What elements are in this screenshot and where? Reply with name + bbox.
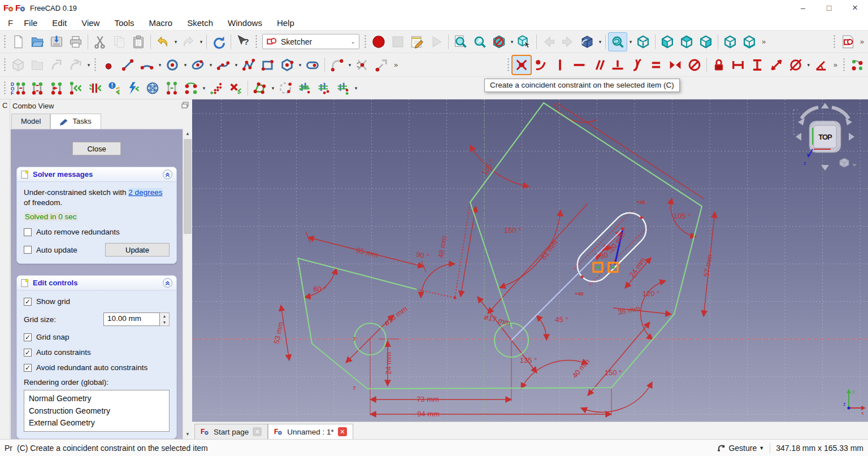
geo-ellipse-button[interactable] [188,55,207,75]
rotate-view-dropdown-icon[interactable]: ▾ [628,39,633,45]
geo-ellipse-dropdown-icon[interactable]: ▾ [208,62,214,68]
macro-stop-button[interactable] [388,32,407,51]
dimension-label[interactable]: 7 [353,336,355,342]
create-part-button[interactable] [8,55,28,75]
view-top-button[interactable] [677,32,696,51]
create-group-button[interactable] [28,55,47,75]
constraint-symmetric-button[interactable] [666,55,685,75]
toolbar-overflow-button[interactable]: » [857,37,867,46]
open-folder-button[interactable] [28,32,47,51]
geo-circle-button[interactable] [163,55,182,75]
tab-tasks[interactable]: Tasks [50,114,101,129]
dof-link[interactable]: 2 degrees [128,188,162,197]
toolbar-handle[interactable] [364,34,367,49]
constraint-distance-button[interactable] [767,55,786,75]
menu-tools[interactable]: Tools [107,17,141,29]
toolbar-handle[interactable] [94,58,97,72]
view-axonometric-button[interactable] [633,32,653,51]
bspline-knots-button[interactable] [314,79,333,98]
toolbar-handle[interactable] [833,34,836,49]
fit-all-button[interactable] [451,32,470,51]
cube-menu[interactable] [840,158,857,167]
geo-slot-button[interactable] [303,55,322,75]
dimension-label[interactable]: 94 mm [417,410,440,418]
rotate-view-button[interactable] [608,32,627,51]
make-sub-link-button[interactable] [66,55,85,75]
auto-constraints-checkbox[interactable]: ✓ [24,349,32,357]
collapse-icon[interactable] [163,278,172,288]
grid-size-input[interactable]: 10.00 mm [103,312,160,326]
view-rear-button[interactable] [721,32,740,51]
tab-model[interactable]: Model [11,114,50,129]
bspline-polygon-button[interactable] [276,79,295,98]
nav-back-button[interactable] [539,32,558,51]
clip-plane-button[interactable] [489,32,509,51]
select-malformed-button[interactable]: ! [105,79,124,98]
bspline-poles-dropdown-icon[interactable]: ▾ [353,85,359,91]
redo-dropdown-icon[interactable]: ▾ [198,39,204,45]
close-icon[interactable]: × [842,0,868,16]
geo-polyline-button[interactable] [239,55,258,75]
geo-circle-dropdown-icon[interactable]: ▾ [183,62,188,68]
float-panel-icon[interactable] [181,102,189,110]
clip-plane-dropdown-icon[interactable]: ▾ [509,39,515,45]
macro-play-button[interactable] [427,32,446,51]
geo-line-button[interactable] [118,55,137,75]
constraint-equal-button[interactable] [646,55,666,75]
sketch-canvas[interactable] [192,99,868,422]
list-item[interactable]: Construction Geometry [29,405,164,418]
dimension-label[interactable]: 7 [353,385,355,391]
make-link-button[interactable] [47,55,66,75]
toolbar-handle[interactable] [507,58,510,72]
auto-update-checkbox[interactable] [24,246,32,254]
macro-edit-button[interactable] [407,32,427,51]
dimension-label[interactable]: 120 ° [643,289,660,298]
toolbar-handle[interactable] [843,58,845,72]
clone-tool-dropdown-icon[interactable]: ▾ [201,85,207,91]
avoid-redundant-checkbox[interactable]: ✓ [24,364,32,372]
dimension-label[interactable]: 135 ° [520,356,537,364]
minimize-icon[interactable]: – [790,0,816,16]
dimension-label[interactable]: 105 ° [674,212,691,220]
clone-tool-button[interactable] [181,79,201,98]
scroll-down-icon[interactable]: ▼ [183,429,192,439]
constraint-perpendicular-button[interactable] [608,55,627,75]
refresh-button[interactable] [209,32,228,51]
3d-viewport[interactable]: 105 °150 °85 mm90 °48 mm81 mmø17 mm45 °ø… [192,99,868,422]
navigation-cube[interactable]: TOP z [790,102,860,173]
tilt-up-arrow[interactable] [821,103,829,108]
extend-button[interactable] [372,55,391,75]
geo-point-button[interactable] [99,55,118,75]
new-file-button[interactable] [8,32,28,51]
pan-right-arrow[interactable] [849,133,854,141]
toggle-driving-button[interactable] [848,55,867,75]
bspline-comb-button[interactable] [295,79,314,98]
paste-button[interactable] [129,32,148,51]
constraint-angle-button[interactable] [811,55,831,75]
constraint-point-on-object-button[interactable] [531,55,550,75]
scrollbar-thumb[interactable] [184,139,192,234]
constraint-diameter-dropdown-icon[interactable]: ▾ [806,62,811,68]
rendering-order-list[interactable]: Normal Geometry Construction Geometry Ex… [24,390,170,432]
dimension-label[interactable]: 60 ° [313,285,326,293]
constraint-parallel-button[interactable] [589,55,608,75]
grid-snap-checkbox[interactable]: ✓ [24,333,32,341]
view-bottom-button[interactable] [740,32,759,51]
toolbar-handle[interactable] [3,34,6,49]
toolbar-overflow-button[interactable]: » [831,60,840,69]
workbench-selector[interactable]: Sketcher⌄ [262,34,359,49]
toolbar-overflow-button[interactable]: » [391,60,401,69]
dimension-label[interactable]: =45 [636,199,645,205]
constraint-coincident-button[interactable] [512,55,531,75]
grid-size-stepper[interactable]: ▲▼ [160,312,170,326]
edit-sketch-button[interactable] [838,32,857,51]
print-button[interactable] [66,32,85,51]
list-item[interactable]: External Geometry [29,417,164,429]
save-button[interactable] [47,32,66,51]
bspline-convert-button[interactable] [250,79,270,98]
view-right-button[interactable] [696,32,715,51]
validate-sketch-button[interactable] [124,79,143,98]
dimension-label[interactable]: 73 mm [416,395,439,403]
make-sub-link-dropdown-icon[interactable]: ▾ [86,62,92,68]
dimension-label[interactable]: 24 mm [384,352,393,375]
